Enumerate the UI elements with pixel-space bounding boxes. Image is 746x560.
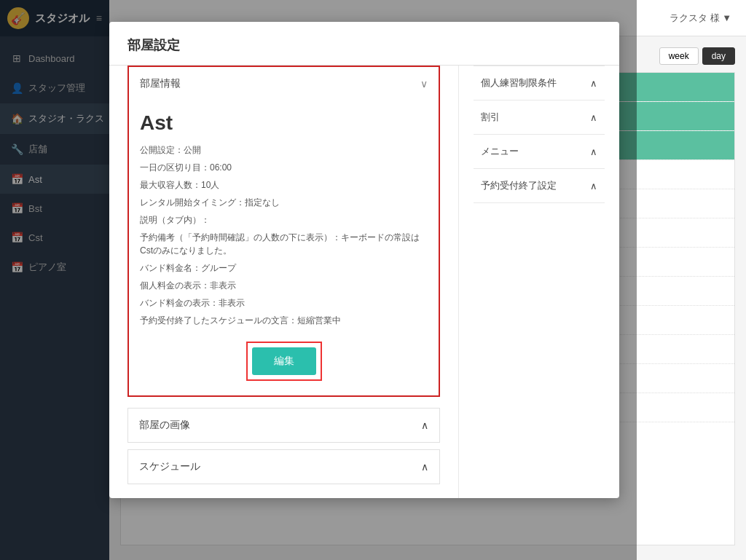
modal-title: 部屋設定 <box>127 38 180 52</box>
room-detail-8: 個人料金の表示：非表示 <box>140 279 428 292</box>
booking-end-label: 予約受付終了設定 <box>481 179 557 192</box>
modal-right: 個人練習制限条件 ∧ 割引 ∧ メニュー ∧ 予約受付終了設定 ∧ <box>459 66 619 498</box>
room-detail-7: バンド料金名：グループ <box>140 261 428 275</box>
discount-label: 割引 <box>481 111 500 124</box>
room-image-accordion[interactable]: 部屋の画像 ∧ <box>127 408 440 443</box>
room-name: Ast <box>140 111 428 135</box>
room-info-accordion: 部屋情報 ∨ Ast 公開設定：公開 一日の区切り目：06:00 最大収容人数：… <box>127 66 440 397</box>
booking-end-accordion[interactable]: 予約受付終了設定 ∧ <box>474 169 605 203</box>
booking-end-chevron: ∧ <box>590 181 597 192</box>
discount-accordion[interactable]: 割引 ∧ <box>474 100 605 135</box>
room-detail-10: 予約受付終了したスケジュールの文言：短縮営業中 <box>140 314 428 327</box>
room-settings-modal: 部屋設定 部屋情報 ∨ Ast 公開設定：公開 一日の区切り目：06:00 最大… <box>109 22 619 498</box>
room-image-chevron: ∧ <box>421 419 428 431</box>
right-accordion: 個人練習制限条件 ∧ 割引 ∧ メニュー ∧ 予約受付終了設定 ∧ <box>474 66 605 203</box>
practice-limit-accordion[interactable]: 個人練習制限条件 ∧ <box>474 66 605 100</box>
schedule-accordion[interactable]: スケジュール ∧ <box>127 449 440 484</box>
room-detail-1: 公開設定：公開 <box>140 143 428 157</box>
menu-chevron: ∧ <box>590 146 597 157</box>
practice-limit-label: 個人練習制限条件 <box>481 76 557 90</box>
menu-accordion[interactable]: メニュー ∧ <box>474 135 605 169</box>
room-detail-5: 説明（タブ内）： <box>140 213 428 226</box>
modal-left: 部屋情報 ∨ Ast 公開設定：公開 一日の区切り目：06:00 最大収容人数：… <box>109 66 459 498</box>
modal-header: 部屋設定 <box>109 22 619 66</box>
schedule-label: スケジュール <box>139 460 200 473</box>
day-button[interactable]: day <box>702 47 735 65</box>
edit-btn-highlight: 編集 <box>246 342 322 381</box>
bottom-sections: 部屋の画像 ∧ スケジュール ∧ <box>127 408 440 484</box>
room-detail-6: 予約備考（「予約時間確認」の人数の下に表示）：キーボードの常設はCstのみになり… <box>140 231 428 257</box>
room-image-label: 部屋の画像 <box>139 419 190 432</box>
room-info-label: 部屋情報 <box>140 77 181 90</box>
discount-chevron: ∧ <box>590 112 597 123</box>
menu-label: メニュー <box>481 145 519 158</box>
edit-button[interactable]: 編集 <box>252 347 316 375</box>
practice-limit-chevron: ∧ <box>590 78 597 89</box>
user-menu[interactable]: ラクスタ 様 ▼ <box>670 12 731 25</box>
room-detail-9: バンド料金の表示：非表示 <box>140 296 428 309</box>
room-detail-3: 最大収容人数：10人 <box>140 178 428 192</box>
room-detail-2: 一日の区切り目：06:00 <box>140 161 428 174</box>
room-detail-4: レンタル開始タイミング：指定なし <box>140 196 428 209</box>
week-button[interactable]: week <box>659 47 699 65</box>
edit-btn-container: 編集 <box>140 342 428 381</box>
modal-body: 部屋情報 ∨ Ast 公開設定：公開 一日の区切り目：06:00 最大収容人数：… <box>109 66 619 498</box>
room-info-chevron: ∨ <box>420 78 428 90</box>
schedule-chevron: ∧ <box>421 461 428 473</box>
room-info-header[interactable]: 部屋情報 ∨ <box>129 67 439 100</box>
room-info-content: Ast 公開設定：公開 一日の区切り目：06:00 最大収容人数：10人 レンタ… <box>129 100 439 395</box>
